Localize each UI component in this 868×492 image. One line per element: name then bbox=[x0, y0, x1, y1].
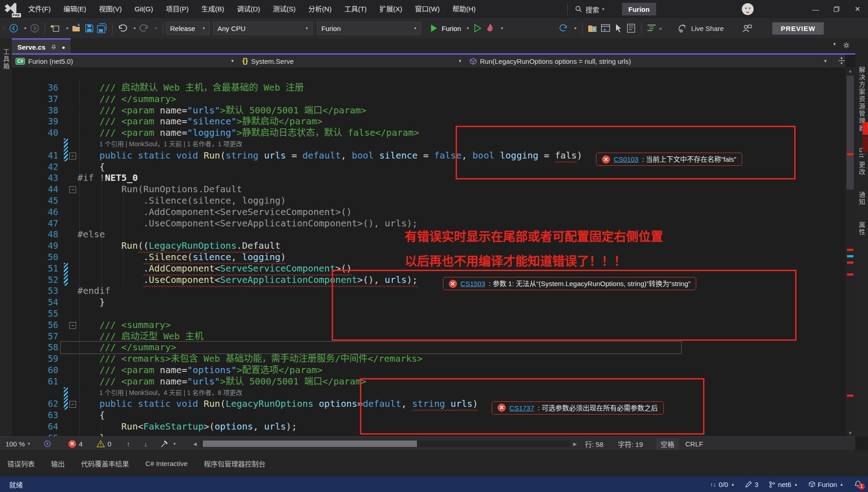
feedback-person-icon[interactable] bbox=[742, 23, 752, 33]
codelens-row[interactable]: 1 个引用 | MonkSoul，4 天前 | 1 名作者，8 项更改 bbox=[12, 387, 845, 399]
preview-badge[interactable]: PREVIEW bbox=[772, 22, 823, 35]
solution-configuration-dropdown[interactable]: Release▼ bbox=[166, 22, 210, 35]
breadcrumb-member-dropdown[interactable]: Run(LegacyRunOptions options = null, str… bbox=[466, 55, 832, 67]
horizontal-scrollbar[interactable] bbox=[200, 441, 570, 447]
open-folder-icon[interactable] bbox=[72, 23, 82, 33]
toolbar-grip[interactable]: ⁞⁞ bbox=[3, 26, 6, 31]
fold-collapse-icon[interactable]: − bbox=[69, 153, 76, 159]
panel-tab[interactable]: 错误列表 bbox=[7, 459, 35, 468]
caret-line-indicator[interactable]: 行: 58 bbox=[585, 437, 603, 451]
code-line[interactable]: 57 /// 启动泛型 Web 主机 bbox=[12, 331, 845, 342]
menu-item[interactable]: 编辑(E) bbox=[57, 0, 92, 18]
repository-indicator[interactable]: Furion▲ bbox=[809, 481, 843, 488]
hot-reload-flame-icon[interactable] bbox=[485, 23, 495, 33]
new-project-icon[interactable] bbox=[50, 23, 60, 33]
document-outline-icon[interactable] bbox=[626, 23, 636, 33]
scroll-left-icon[interactable]: ◀ bbox=[193, 437, 197, 451]
code-line[interactable]: 55 bbox=[12, 308, 845, 319]
tab-serve-cs[interactable]: Serve.cs ● bbox=[12, 38, 71, 55]
code-fix-icon[interactable]: ▼ bbox=[160, 437, 176, 451]
code-line[interactable]: 60 /// <param name="options">配置选项</param… bbox=[12, 364, 845, 376]
sidebar-tab[interactable]: 通知 bbox=[857, 191, 866, 206]
code-line[interactable]: 52 .UseComponent<ServeApplicationCompone… bbox=[12, 274, 845, 286]
save-icon[interactable] bbox=[84, 23, 94, 33]
code-line[interactable]: 53#endif bbox=[12, 285, 845, 297]
breadcrumb-namespace-dropdown[interactable]: {} System.Serve ▼ bbox=[239, 55, 467, 67]
previous-issue-icon[interactable]: ↑ bbox=[127, 437, 130, 451]
code-line[interactable]: 37 /// </summary> bbox=[12, 93, 845, 105]
code-line[interactable]: 42 { bbox=[12, 161, 845, 173]
solution-platform-dropdown[interactable]: Any CPU▼ bbox=[213, 22, 313, 35]
close-button[interactable]: ✕ bbox=[847, 0, 868, 18]
code-line[interactable]: 39 /// <param name="silence">静默启动</param… bbox=[12, 116, 845, 127]
code-line[interactable]: 38 /// <param name="urls">默认 5000/5001 端… bbox=[12, 105, 845, 116]
notifications-bell[interactable]: 1 bbox=[854, 481, 862, 488]
navigate-forward-icon[interactable] bbox=[30, 23, 40, 33]
navigate-back-icon[interactable] bbox=[9, 23, 19, 33]
code-line[interactable]: 56− /// <summary> bbox=[12, 319, 845, 331]
breadcrumb-project-dropdown[interactable]: C# Furion (net5.0) ▼ bbox=[12, 55, 239, 67]
avatar[interactable] bbox=[741, 2, 755, 17]
codelens-row[interactable]: 1 个引用 | MonkSoul，1 天前 | 1 名作者，1 项更改 bbox=[12, 138, 845, 150]
sidebar-tab-toolbox[interactable]: 工具箱 bbox=[1, 48, 10, 70]
panel-tab[interactable]: 代码覆盖率结果 bbox=[81, 459, 129, 468]
code-line[interactable]: 58 /// </summary> bbox=[12, 342, 845, 353]
code-line[interactable]: 54 } bbox=[12, 297, 845, 308]
chevron-down-icon[interactable]: ▼ bbox=[65, 26, 69, 31]
code-line[interactable]: 41− public static void Run(string urls =… bbox=[12, 150, 845, 161]
menu-item[interactable]: 生成(B) bbox=[195, 0, 231, 18]
code-line[interactable]: 40 /// <param name="logging">静默启动日志状态，默认… bbox=[12, 127, 845, 138]
menu-item[interactable]: 扩展(X) bbox=[373, 0, 409, 18]
startup-project-dropdown[interactable]: Furion▼ bbox=[317, 22, 421, 35]
code-line[interactable]: 61 /// <param name="urls">默认 5000/5001 端… bbox=[12, 376, 845, 387]
minimize-button[interactable]: — bbox=[805, 0, 826, 18]
save-all-icon[interactable] bbox=[97, 23, 107, 33]
unsaved-dot-icon[interactable]: ● bbox=[62, 44, 65, 51]
menu-item[interactable]: Git(G) bbox=[128, 0, 159, 18]
undo-icon[interactable] bbox=[118, 23, 128, 33]
document-health-icon[interactable] bbox=[44, 437, 51, 451]
vertical-scrollbar[interactable]: ▲ ▼ bbox=[845, 67, 855, 436]
scroll-down-icon[interactable]: ▼ bbox=[845, 430, 855, 436]
split-editor-icon[interactable] bbox=[838, 57, 845, 66]
chevron-down-icon[interactable]: ▼ bbox=[574, 26, 577, 31]
scroll-up-icon[interactable]: ▲ bbox=[845, 68, 855, 73]
panel-tab[interactable]: C# Interactive bbox=[145, 460, 188, 467]
run-target-label[interactable]: Furion bbox=[442, 25, 461, 32]
code-line[interactable]: 63 { bbox=[12, 410, 845, 421]
code-line[interactable]: 43#if !NET5_0 bbox=[12, 172, 845, 184]
next-issue-icon[interactable]: ↓ bbox=[144, 437, 148, 451]
fold-collapse-icon[interactable]: − bbox=[69, 401, 76, 408]
code-line[interactable]: 36 /// 启动默认 Web 主机，含最基础的 Web 注册 bbox=[12, 82, 845, 93]
git-sync-indicator[interactable]: ↑↓0/0▲ bbox=[710, 481, 734, 488]
code-line[interactable]: 62− public static void Run(LegacyRunOpti… bbox=[12, 398, 845, 410]
search-control[interactable]: 搜索 ▼ bbox=[567, 0, 605, 18]
restart-icon[interactable] bbox=[559, 23, 569, 33]
error-count[interactable]: ✕ 4 bbox=[68, 437, 82, 451]
chevron-down-icon[interactable]: ▼ bbox=[500, 26, 504, 31]
menu-item[interactable]: 工具(T) bbox=[338, 0, 373, 18]
caret-column-indicator[interactable]: 字符: 19 bbox=[618, 437, 643, 451]
find-in-files-icon[interactable] bbox=[588, 23, 598, 33]
warning-count[interactable]: 0 bbox=[97, 437, 111, 451]
code-line[interactable]: 45 .Silence(silence, logging) bbox=[12, 195, 845, 206]
tab-list-chevron-icon[interactable]: ▼ bbox=[832, 42, 837, 49]
start-debug-icon[interactable] bbox=[429, 23, 439, 33]
code-line[interactable]: 65 } bbox=[12, 432, 845, 436]
panel-tab[interactable]: 输出 bbox=[51, 459, 65, 468]
scrollbar-thumb[interactable] bbox=[203, 441, 417, 447]
indent-list-icon[interactable] bbox=[647, 23, 657, 33]
code-line[interactable]: 46 .AddComponent<ServeServiceComponent>(… bbox=[12, 206, 845, 218]
menu-item[interactable]: 帮助(H) bbox=[446, 0, 482, 18]
preview-window-icon[interactable] bbox=[601, 23, 611, 33]
menu-item[interactable]: 项目(P) bbox=[159, 0, 195, 18]
toolbar-overflow-icon[interactable]: » bbox=[659, 26, 662, 31]
menu-item[interactable]: 文件(F) bbox=[22, 0, 57, 18]
pin-icon[interactable] bbox=[51, 45, 56, 50]
menu-item[interactable]: 视图(V) bbox=[92, 0, 128, 18]
menu-item[interactable]: 分析(N) bbox=[302, 0, 338, 18]
zoom-dropdown[interactable]: 100 %▼ bbox=[5, 437, 31, 451]
pending-edits-indicator[interactable]: 3 bbox=[745, 481, 758, 488]
code-line[interactable]: 64 Run<FakeStartup>(options, urls); bbox=[12, 421, 845, 432]
menu-item[interactable]: 窗口(W) bbox=[409, 0, 446, 18]
